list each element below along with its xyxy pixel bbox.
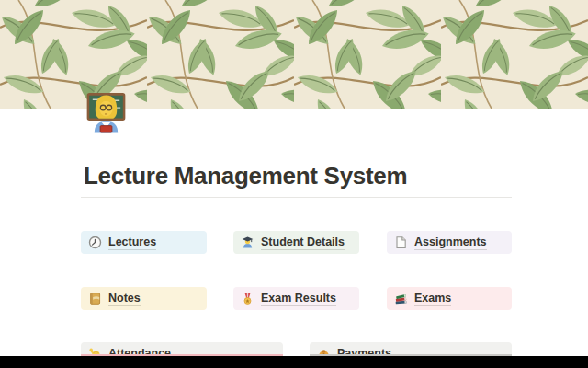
card-notes[interactable]: Notes: [81, 287, 207, 310]
card-label: Exams: [414, 292, 451, 306]
books-emoji-icon: [394, 292, 408, 305]
card-label: Lectures: [108, 236, 156, 250]
bottom-letterbox: [0, 356, 588, 368]
card-label: Assignments: [414, 236, 487, 250]
card-assignments[interactable]: Assignments: [387, 231, 512, 254]
card-student-details[interactable]: Student Details: [233, 231, 359, 254]
divider: [81, 197, 512, 198]
card-label: Student Details: [261, 236, 345, 250]
clock-icon: [88, 236, 102, 249]
card-exams[interactable]: Exams: [387, 287, 512, 310]
medal-emoji-icon: [241, 292, 254, 305]
card-exam-results[interactable]: Exam Results: [233, 287, 359, 310]
card-label: Exam Results: [261, 292, 336, 306]
notebook-emoji-icon: [88, 292, 102, 305]
student-emoji-icon: [241, 236, 254, 249]
card-label: Notes: [108, 292, 141, 306]
card-lectures[interactable]: Lectures: [81, 231, 207, 254]
page-title: Lecture Management System: [84, 162, 407, 190]
document-icon: [394, 236, 408, 249]
woman-teacher-emoji-icon[interactable]: [85, 89, 128, 133]
